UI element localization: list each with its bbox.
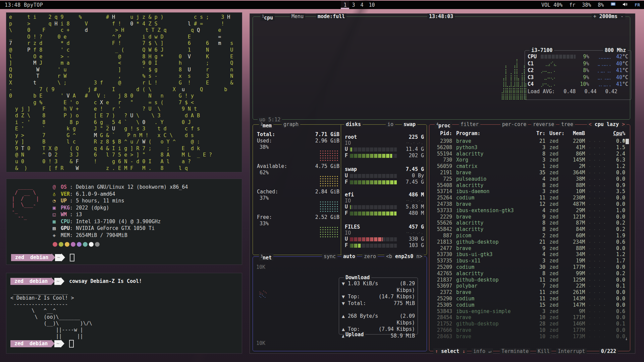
proc-row[interactable]: 53730ibus-ui-gtk34zed34M⠄ ⠄ ⠄ ⠄1.2 — [433, 251, 625, 258]
proc-percore-tab[interactable]: per-core — [500, 121, 528, 127]
proc-row[interactable]: 24738brave12zed487M⠄ ⠄ ⠄ ⠄0.0 — [433, 201, 625, 207]
proc-row[interactable]: 725pulseaudio4zed38M⠄ ⠄ ⠄ ⠄0.0 — [433, 176, 625, 182]
proc-row[interactable]: 55408alacritty8zed88M⠄ ⠄ ⠄ ⠄0.9 — [433, 182, 625, 189]
info-separator: : — [70, 219, 76, 225]
proc-row[interactable]: 55842alacritty8zed84M⠄ ⠄ ⠄ ⠄0.2 — [433, 226, 625, 233]
disks-swap-tab[interactable]: swap — [402, 121, 417, 127]
proc-row[interactable]: 25290codium11zed143M⠄ ⠄ ⠄ ⠄0.0 — [433, 296, 625, 302]
proc-scrollbar-thumb[interactable] — [626, 139, 629, 144]
proc-cpu-graph: ⠄ ⠄ ⠄ ⠄ — [585, 201, 610, 207]
proc-tree-tab[interactable]: tree — [559, 121, 575, 127]
proc-row[interactable]: 27666brave10zed177M⠄ ⠄ ⠄ ⠄0.0 — [433, 327, 625, 334]
workspace-button-4[interactable]: 4 — [358, 1, 366, 9]
mem-box-title[interactable]: 2mem — [259, 121, 273, 129]
proc-program: brave — [456, 245, 535, 252]
cowsay-terminal[interactable]: zeddebian ~ cowsay Debian-Z Is Cool! ___… — [6, 273, 242, 354]
proc-row[interactable]: 53697polybar7zed22M⠄ ⠄ ⠄ ⠄0.1 — [433, 283, 625, 289]
net-sync-tab[interactable]: sync — [322, 253, 337, 259]
scroll-down-arrow[interactable]: ↓ — [625, 336, 628, 342]
language-indicator[interactable]: FR — [635, 2, 640, 7]
terminal-cursor[interactable] — [70, 254, 74, 261]
proc-row[interactable]: 21837github-desktop11zed125M⠄ ⠄ ⠄ ⠄0.0 — [433, 277, 625, 283]
fetch-terminal[interactable]: _____ / __ \ | / | | \___- -_ --_ @OS : … — [6, 179, 242, 265]
proc-row[interactable]: 887picom2zed60M⠄ ⠄ ⠄ ⠄1.9 — [433, 233, 625, 239]
net-rate-value: (14.7 Kibps) — [360, 294, 415, 300]
proc-row[interactable]: 21752github-desktop28zed146M⠄ ⠄ ⠄ ⠄0.1 — [433, 321, 625, 327]
proc-terminate-button[interactable]: Terminate — [500, 348, 530, 354]
proc-kill-button[interactable]: Kill — [536, 348, 551, 354]
cpu-box-title[interactable]: 1cpu — [260, 13, 275, 21]
cpu-core-row: C3⠀⣀⠤⢄⠄9%⣀⡀⢀⣀⡀40°C — [525, 74, 631, 81]
mode-toggle[interactable]: mode:full — [316, 13, 346, 19]
proc-row[interactable]: 42765alacritty8zed99M⠄ ⠄ ⠄ ⠄0.2 — [433, 270, 625, 277]
proc-sort-selector[interactable]: < cpu lazy > — [587, 121, 627, 127]
speaker-icon[interactable] — [623, 2, 628, 8]
proc-threads: 8 — [535, 151, 545, 157]
proc-interrupt-button[interactable]: Interrupt — [556, 348, 587, 354]
system-info-row: ◱WM : i3 — [53, 211, 188, 218]
proc-selection-count: 0/222 — [599, 348, 618, 354]
disks-io-tab[interactable]: io — [386, 121, 395, 127]
net-box-title[interactable]: 3net — [259, 253, 273, 261]
proc-row[interactable]: 25209codium30zed177M⠄ ⠄ ⠄ ⠄0.0 — [433, 264, 625, 270]
info-value: NVIDIA GeForce GTX 1050 Ti — [76, 225, 155, 231]
proc-program: cmatrix — [456, 163, 535, 170]
proc-user: zed — [549, 157, 567, 163]
proc-row[interactable]: 25264codium11zed230M⠄ ⠄ ⠄ ⠄0.0 — [433, 195, 625, 201]
workspace-button-10[interactable]: 10 — [366, 1, 377, 9]
proc-row[interactable]: 2477brave9zed88M⠄ ⠄ ⠄ ⠄0.0 — [433, 245, 625, 252]
mem-stat: Available:4.75 GiB62% — [257, 163, 339, 189]
proc-row[interactable]: 2229brave9zed121M⠄ ⠄ ⠄ ⠄0.0 — [433, 214, 625, 220]
proc-cpu-percent: 1.7 — [610, 258, 625, 264]
matrix-line: @ N ^ D 2 3 J 6 l 7 5 e > ] " 8 A M L _ … — [9, 152, 239, 159]
system-info-row: ♁VER: 6.1.0-9-amd64 — [53, 191, 188, 198]
menu-button[interactable]: Menu — [290, 13, 305, 19]
proc-cpu-graph: ⠄ ⠄ ⠄ ⠄ — [585, 138, 610, 144]
proc-row[interactable]: 21813github-desktop21zed234M⠄ ⠄ ⠄ ⠄0.6 — [433, 239, 625, 245]
proc-row[interactable]: 2372brave11zed261M⠄ ⠄ ⠄ ⠄0.0 — [433, 289, 625, 296]
proc-info-button[interactable]: info ↵ — [472, 348, 493, 354]
proc-reverse-tab[interactable]: reverse — [531, 121, 556, 127]
proc-row[interactable]: 53733ibus-extension-gtk34zed29M⠄ ⠄ ⠄ ⠄1.… — [433, 207, 625, 214]
mem-stat-label: Available: — [257, 163, 287, 170]
proc-row[interactable]: 53735ibus-x113zed19M⠄ ⠄ ⠄ ⠄1.7 — [433, 258, 625, 264]
proc-user: zed — [549, 163, 567, 170]
workspace-button-3[interactable]: 3 — [349, 1, 358, 9]
refresh-interval-control[interactable]: + 2000ms - — [592, 13, 625, 19]
proc-row[interactable]: 53714ibus-daemon3zed10M⠄ ⠄ ⠄ ⠄3.5 — [433, 188, 625, 195]
proc-row[interactable]: 28454brave10zed171M⠄ ⠄ ⠄ ⠄0.0 — [433, 314, 625, 321]
proc-row[interactable]: 2398brave21zed220M⠄ ⠄ ⠄ ⠄0.0 — [433, 138, 625, 144]
net-auto-tab[interactable]: auto — [341, 253, 357, 259]
proc-cpu-graph: ⠄ ⠄ ⠄ ⠄ — [585, 251, 610, 258]
cmatrix-terminal[interactable]: e t i 2 q 9 % # H u j z & p ) c s ; 3 H … — [6, 12, 242, 172]
display-icon[interactable] — [610, 2, 616, 8]
proc-row[interactable]: 730Xorg3zed145M⠄ ⠄ ⠄ ⠄6.3 — [433, 157, 625, 163]
proc-filter-tab[interactable]: filter — [459, 121, 480, 127]
proc-select-control[interactable]: ↑ select ↓ — [433, 348, 467, 354]
bpytop-window[interactable]: 1cpu Menu mode:full 13:48:03 + 2000ms - … — [250, 13, 635, 354]
net-rate-label: Total: — [348, 300, 366, 307]
memory-icon: ◈ — [53, 232, 61, 239]
proc-row[interactable]: 2191brave35zed364M⠄ ⠄ ⠄ ⠄0.0 — [433, 170, 625, 176]
proc-row[interactable]: 53843ibus-engine-simple3zed9M⠄ ⠄ ⠄ ⠄0.6 — [433, 308, 625, 315]
proc-row[interactable]: 25305codium15zed147M⠄ ⠄ ⠄ ⠄0.0 — [433, 302, 625, 308]
proc-row[interactable]: 28463brave10zed173M⠄ ⠄ ⠄ ⠄0.0 — [433, 334, 625, 340]
proc-row[interactable]: 56208python33zed41M⠄ ⠄ ⠄ ⠄1.5 — [433, 144, 625, 151]
disk-meter — [350, 212, 397, 216]
proc-memory: 38M — [567, 176, 585, 182]
net-zero-tab[interactable]: zero — [362, 253, 378, 259]
proc-cpu-graph: ⠄ ⠄ ⠄ ⠄ — [585, 233, 610, 239]
proc-user: zed — [549, 258, 567, 264]
mem-graph-tab[interactable]: graph — [282, 121, 300, 127]
proc-program: alacritty — [456, 220, 535, 226]
disk-meter-fill — [350, 154, 392, 158]
net-interface-selector[interactable]: <b enp2s0 n> — [384, 253, 424, 259]
proc-row[interactable]: 56059cmatrix1zed2M⠄ ⠄ ⠄ ⠄1.2 — [433, 163, 625, 170]
workspace-button-1[interactable]: 1 — [341, 1, 349, 9]
proc-row[interactable]: 55626alacritty8zed87M⠄ ⠄ ⠄ ⠄0.2 — [433, 220, 625, 226]
mem-stat: Cached:2.84 GiB37% — [257, 189, 339, 214]
proc-box-title[interactable]: 4proc — [435, 121, 452, 129]
terminal-cursor[interactable] — [69, 340, 74, 348]
matrix-line: y > 7 G ^ M G & ` P n M ! x C \ d s — [9, 132, 239, 139]
proc-row[interactable]: 55194alacritty8zed86M⠄ ⠄ ⠄ ⠄2.4 — [433, 151, 625, 157]
